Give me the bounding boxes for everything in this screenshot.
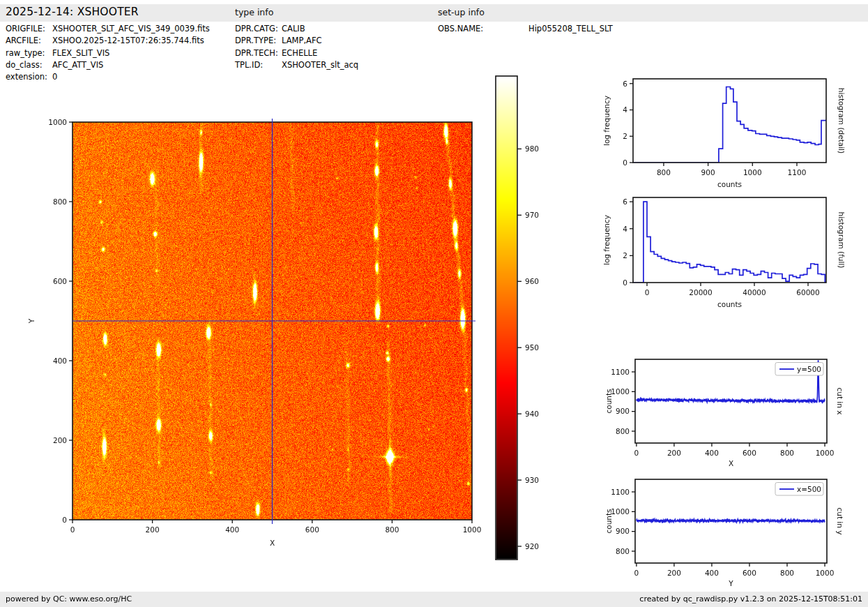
info-row: extension: bbox=[6, 72, 47, 82]
x-tick-label: 1000 bbox=[463, 525, 482, 534]
footer-credit-right: created by qc_rawdisp.py v1.2.3 on 2025-… bbox=[639, 594, 862, 604]
colorbar-tick-label: 970 bbox=[525, 211, 539, 219]
side-label: cut in x bbox=[836, 387, 844, 414]
x-tick-label: 800 bbox=[657, 168, 671, 177]
info-label: DPR.CATG: bbox=[235, 24, 278, 33]
colorbar-tick-label: 950 bbox=[525, 343, 539, 352]
y-axis-label: counts bbox=[604, 389, 613, 413]
x-tick-label: 60000 bbox=[796, 288, 819, 297]
info-value: FLEX_SLIT_VIS bbox=[52, 48, 109, 58]
info-label: OBS.NAME: bbox=[438, 24, 483, 33]
info-row: ARCFILE: bbox=[6, 36, 41, 45]
axes-box bbox=[633, 197, 826, 283]
legend-label: x=500 bbox=[797, 485, 821, 493]
section-label-type-info: type info bbox=[235, 7, 273, 17]
y-tick-label: 1100 bbox=[611, 368, 630, 376]
x-tick-label: 20000 bbox=[689, 288, 712, 297]
legend-label: y=500 bbox=[797, 365, 821, 373]
info-value: ECHELLE bbox=[282, 48, 317, 58]
y-tick-label: 6 bbox=[623, 197, 627, 206]
colorbar-tick-label: 920 bbox=[525, 542, 539, 550]
info-row: do_class: bbox=[6, 60, 43, 70]
y-tick-label: 2 bbox=[623, 251, 627, 260]
y-tick-label: 1000 bbox=[611, 387, 630, 396]
axes-box bbox=[633, 79, 826, 163]
footer-credit-left: powered by QC: www.eso.org/HC bbox=[6, 594, 132, 604]
section-label-setup-info: set-up info bbox=[438, 7, 485, 17]
y-tick-label: 800 bbox=[616, 547, 630, 555]
x-axis-label: X bbox=[729, 459, 733, 467]
side-label: cut in y bbox=[836, 507, 844, 534]
y-axis-label: log frequency bbox=[602, 96, 611, 146]
y-tick-label: 1000 bbox=[611, 507, 630, 516]
qc-report-page: 2025-12-14: XSHOOTER type info set-up in… bbox=[0, 0, 868, 607]
series-line bbox=[637, 360, 825, 403]
x-tick-label: 1000 bbox=[816, 449, 835, 457]
y-tick-label: 2 bbox=[623, 132, 627, 140]
x-tick-label: 900 bbox=[701, 168, 715, 177]
info-label: raw_type: bbox=[6, 48, 45, 58]
x-tick-label: 200 bbox=[667, 569, 681, 577]
side-label: histogram (full) bbox=[837, 212, 846, 269]
x-tick-label: 1100 bbox=[788, 168, 807, 177]
y-tick-label: 800 bbox=[616, 427, 630, 435]
info-label: extension: bbox=[6, 72, 47, 82]
x-tick-label: 0 bbox=[70, 525, 75, 534]
page-title: 2025-12-14: XSHOOTER bbox=[6, 6, 139, 18]
y-tick-label: 200 bbox=[53, 436, 67, 444]
info-row: raw_type: bbox=[6, 48, 45, 58]
y-tick-label: 400 bbox=[53, 357, 67, 365]
x-axis-label: Y bbox=[728, 579, 733, 587]
y-tick-label: 6 bbox=[623, 80, 627, 88]
colorbar-tick-label: 980 bbox=[525, 144, 539, 153]
info-label: DPR.TECH: bbox=[235, 48, 278, 58]
y-tick-label: 4 bbox=[623, 225, 627, 233]
x-tick-label: 800 bbox=[780, 449, 794, 457]
colorbar-tick-label: 960 bbox=[525, 277, 539, 285]
x-tick-label: 800 bbox=[385, 525, 399, 534]
colorbar-tick-label: 940 bbox=[525, 410, 539, 418]
x-tick-label: 1000 bbox=[816, 569, 835, 577]
y-tick-label: 0 bbox=[62, 516, 67, 524]
y-tick-label: 0 bbox=[623, 158, 627, 167]
series-line bbox=[637, 519, 825, 523]
info-value: XSHOO.2025-12-15T07:26:35.744.fits bbox=[52, 36, 204, 45]
x-tick-label: 400 bbox=[705, 569, 719, 577]
x-tick-label: 600 bbox=[743, 449, 756, 457]
side-label: histogram (detail) bbox=[837, 88, 846, 153]
x-tick-label: 0 bbox=[634, 449, 639, 457]
x-tick-label: 1000 bbox=[743, 168, 762, 177]
colorbar-tick-label: 930 bbox=[525, 476, 539, 484]
info-row: ORIGFILE: bbox=[6, 24, 45, 33]
x-tick-label: 400 bbox=[705, 449, 719, 457]
x-tick-label: 600 bbox=[305, 525, 319, 534]
info-value: CALIB bbox=[282, 24, 305, 33]
x-tick-label: 0 bbox=[645, 288, 650, 297]
series-line bbox=[633, 87, 826, 163]
info-value: XSHOOTER_SLT_AFC_VIS_349_0039.fits bbox=[52, 24, 210, 33]
y-axis-label: log frequency bbox=[602, 215, 611, 265]
info-value: Hip055208_TELL_SLT bbox=[528, 24, 613, 33]
info-label: ORIGFILE: bbox=[6, 24, 45, 33]
x-tick-label: 200 bbox=[146, 525, 160, 534]
info-label: do_class: bbox=[6, 60, 43, 70]
axes-box bbox=[635, 359, 827, 443]
y-tick-label: 900 bbox=[616, 527, 630, 535]
y-axis-label: counts bbox=[604, 509, 613, 533]
y-tick-label: 900 bbox=[616, 407, 630, 415]
series-line bbox=[633, 202, 826, 283]
y-tick-label: 4 bbox=[623, 105, 627, 114]
y-tick-label: 0 bbox=[623, 278, 627, 287]
info-label: DPR.TYPE: bbox=[235, 36, 276, 45]
y-tick-label: 1000 bbox=[48, 118, 67, 126]
x-tick-label: 600 bbox=[743, 569, 756, 577]
x-tick-label: 40000 bbox=[743, 288, 766, 297]
info-label: ARCFILE: bbox=[6, 36, 41, 45]
detector-image bbox=[73, 122, 472, 520]
x-axis-label: X bbox=[270, 539, 275, 547]
x-axis-label: counts bbox=[717, 300, 742, 308]
x-tick-label: 200 bbox=[667, 449, 681, 457]
info-label: TPL.ID: bbox=[235, 60, 263, 70]
info-value: LAMP,AFC bbox=[282, 36, 322, 45]
axes-box bbox=[635, 479, 827, 563]
